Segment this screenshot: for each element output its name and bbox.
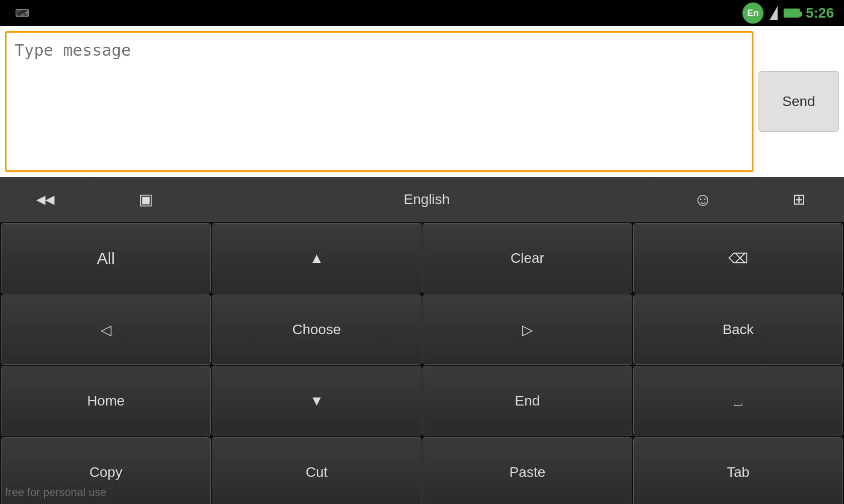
space-key[interactable]: ⎵ <box>633 366 843 436</box>
status-bar: ⌨ En 5:26 <box>0 0 844 26</box>
keyboard-icon: ⊞ <box>793 190 805 208</box>
emoji-icon: ☺ <box>694 189 712 210</box>
back-arrow-button[interactable] <box>0 177 91 222</box>
back-key[interactable]: Back <box>633 294 843 365</box>
home-key[interactable]: Home <box>1 366 211 436</box>
key-grid: All▲Clear⌫◁Choose▷BackHome▼End⎵CopyCutPa… <box>0 222 844 504</box>
back-arrow-icon <box>36 192 54 207</box>
right-key[interactable]: ▷ <box>423 294 632 365</box>
signal-icon <box>770 6 778 20</box>
battery-icon <box>784 9 800 18</box>
send-button[interactable]: Send <box>758 71 839 132</box>
language-button[interactable]: English <box>201 177 653 222</box>
clipboard-button[interactable]: ▣ <box>91 177 201 222</box>
keyboard-area: ▣ English ☺ ⊞ All▲Clear⌫◁Choose▷BackHome… <box>0 177 844 504</box>
language-indicator: En <box>742 3 764 24</box>
clipboard-icon: ▣ <box>139 190 153 208</box>
clear-key[interactable]: Clear <box>423 223 632 293</box>
emoji-button[interactable]: ☺ <box>653 177 753 222</box>
choose-key[interactable]: Choose <box>212 294 421 365</box>
end-key[interactable]: End <box>423 366 632 436</box>
up-key[interactable]: ▲ <box>212 223 421 293</box>
down-key[interactable]: ▼ <box>212 366 421 436</box>
left-key[interactable]: ◁ <box>1 294 211 365</box>
message-input[interactable] <box>5 31 753 172</box>
watermark: free for personal use <box>5 486 107 499</box>
status-time: 5:26 <box>806 5 834 21</box>
paste-key[interactable]: Paste <box>423 437 632 504</box>
keyboard-indicator: ⌨ <box>10 7 30 19</box>
all-key[interactable]: All <box>1 223 211 293</box>
tab-key[interactable]: Tab <box>633 437 843 504</box>
cut-key[interactable]: Cut <box>212 437 421 504</box>
message-area: Send <box>0 26 844 177</box>
backspace-key[interactable]: ⌫ <box>633 223 843 293</box>
keyboard-toggle-button[interactable]: ⊞ <box>753 177 844 222</box>
language-label: English <box>404 191 450 208</box>
keyboard-toolbar: ▣ English ☺ ⊞ <box>0 177 844 222</box>
